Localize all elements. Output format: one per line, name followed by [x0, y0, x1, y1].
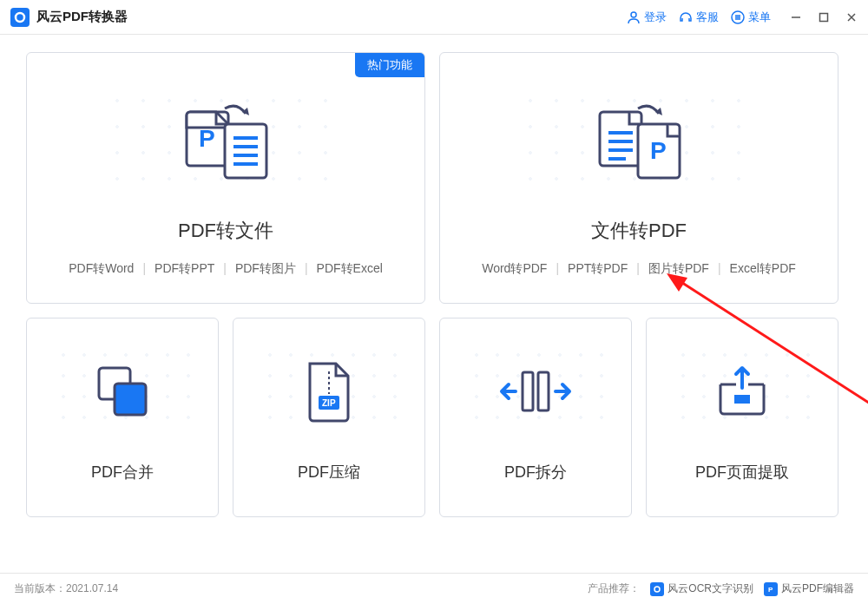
support-label: 客服 [696, 10, 719, 25]
recommend-editor[interactable]: P 风云PDF编辑器 [764, 581, 854, 596]
footer-right: 产品推荐： 风云OCR文字识别 P 风云PDF编辑器 [588, 581, 854, 596]
sub-item[interactable]: PDF转图片 [227, 261, 305, 277]
sub-item[interactable]: Word转PDF [473, 261, 556, 277]
svg-point-1 [631, 12, 636, 17]
login-label: 登录 [644, 10, 667, 25]
file-to-pdf-icon: P [591, 88, 687, 192]
extract-icon [703, 352, 781, 430]
svg-rect-7 [225, 124, 266, 178]
card-title: PDF合并 [91, 462, 154, 483]
footer: 当前版本：2021.07.14 产品推荐： 风云OCR文字识别 P 风云PDF编… [0, 573, 868, 604]
menu-icon [731, 10, 745, 24]
svg-text:ZIP: ZIP [322, 398, 336, 408]
card-title: PDF页面提取 [695, 462, 789, 483]
login-button[interactable]: 登录 [627, 10, 667, 25]
sub-item[interactable]: 图片转PDF [640, 261, 718, 277]
main-area: 热门功能 P PDF转文件 PDF转Word | PDF转PPT | PDF转 [0, 35, 868, 535]
svg-rect-24 [523, 372, 533, 410]
titlebar: 风云PDF转换器 登录 客服 菜单 [0, 0, 868, 35]
card-title: PDF拆分 [504, 462, 567, 483]
sub-item[interactable]: Excel转PDF [721, 261, 805, 277]
pdf-to-file-icon: P [178, 88, 273, 192]
maximize-button[interactable] [818, 11, 830, 23]
app-logo-icon [10, 8, 30, 27]
svg-rect-25 [538, 372, 549, 410]
card-pdf-to-file[interactable]: 热门功能 P PDF转文件 PDF转Word | PDF转PPT | PDF转 [26, 52, 425, 304]
svg-point-0 [16, 13, 24, 22]
recommend-label: 产品推荐： [588, 581, 640, 596]
card-title: PDF转文件 [178, 218, 273, 244]
card-pdf-compress[interactable]: ZIP PDF压缩 [233, 318, 425, 517]
sub-item[interactable]: PDF转PPT [146, 261, 223, 277]
menu-button[interactable]: 菜单 [731, 10, 771, 25]
version-label: 当前版本： [14, 582, 66, 594]
sub-item[interactable]: PDF转Excel [308, 261, 391, 277]
version-info: 当前版本：2021.07.14 [14, 581, 118, 596]
sub-list: Word转PDF | PPT转PDF | 图片转PDF | Excel转PDF [473, 261, 805, 277]
svg-text:P: P [768, 586, 773, 594]
user-icon [627, 10, 641, 24]
hot-badge: 热门功能 [355, 53, 424, 77]
recommend-ocr-label: 风云OCR文字识别 [667, 581, 753, 596]
version-value: 2021.07.14 [66, 582, 118, 594]
sub-item[interactable]: PPT转PDF [559, 261, 636, 277]
window-controls [790, 11, 858, 23]
merge-icon [83, 352, 161, 430]
svg-text:P: P [650, 137, 667, 164]
close-button[interactable] [845, 11, 858, 23]
card-title: PDF压缩 [298, 462, 360, 483]
recommend-ocr[interactable]: 风云OCR文字识别 [650, 581, 753, 596]
sub-item[interactable]: PDF转Word [60, 261, 142, 277]
app-title: 风云PDF转换器 [36, 9, 128, 25]
titlebar-right: 登录 客服 菜单 [627, 10, 858, 25]
card-file-to-pdf[interactable]: P 文件转PDF Word转PDF | PPT转PDF | 图片转PDF | E… [439, 52, 838, 304]
ocr-icon [650, 582, 664, 596]
svg-rect-20 [115, 384, 146, 415]
sub-list: PDF转Word | PDF转PPT | PDF转图片 | PDF转Excel [60, 261, 391, 277]
svg-rect-26 [734, 395, 750, 404]
card-pdf-merge[interactable]: PDF合并 [26, 318, 219, 517]
editor-icon: P [764, 582, 778, 596]
headset-icon [679, 10, 693, 24]
titlebar-left: 风云PDF转换器 [10, 8, 128, 27]
card-pdf-split[interactable]: PDF拆分 [439, 318, 632, 517]
card-pdf-extract[interactable]: PDF页面提取 [646, 318, 838, 517]
compress-icon: ZIP [290, 352, 368, 430]
svg-rect-4 [820, 13, 828, 21]
menu-label: 菜单 [748, 10, 771, 25]
split-icon [496, 352, 575, 430]
recommend-editor-label: 风云PDF编辑器 [781, 581, 854, 596]
minimize-button[interactable] [790, 11, 802, 23]
card-title: 文件转PDF [591, 218, 687, 244]
support-button[interactable]: 客服 [679, 10, 719, 25]
svg-text:P: P [199, 125, 215, 152]
svg-point-29 [654, 587, 660, 592]
